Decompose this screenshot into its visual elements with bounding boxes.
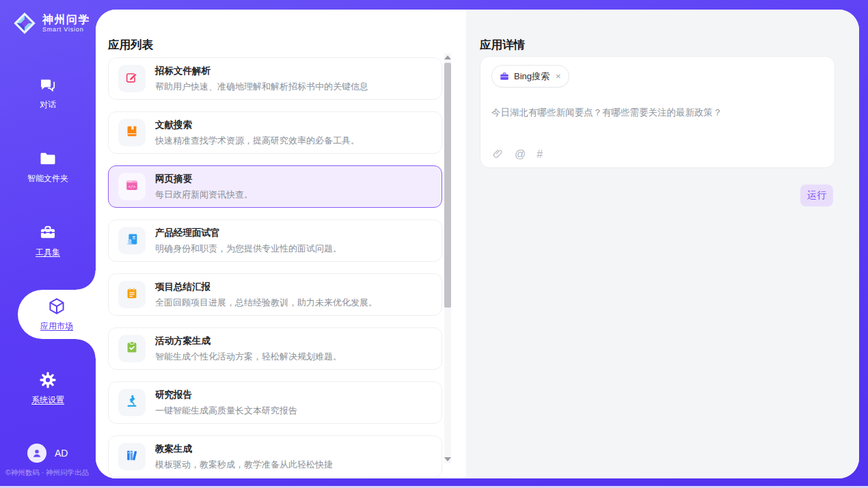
app-card-web-summary[interactable]: </>网页摘要每日政府新闻资讯快查。 — [108, 165, 442, 208]
app-card-text: 研究报告一键智能生成高质量长文本研究报告 — [155, 389, 297, 417]
app-card-text: 活动方案生成智能生成个性化活动方案，轻松解决规划难题。 — [155, 335, 342, 363]
browser-code-icon: </> — [124, 178, 139, 195]
gear-icon — [38, 370, 57, 390]
app-icon-tile — [118, 65, 146, 92]
sidebar: 神州问学 Smart Vision 对话智能文件夹工具集应用市场系统设置 AD … — [0, 0, 96, 488]
brand-diamond-icon — [12, 11, 37, 36]
app-description: 模板驱动，教案秒成，教学准备从此轻松快捷 — [155, 459, 333, 471]
sidebar-item-label: 工具集 — [36, 247, 60, 258]
tool-tag-bing-search[interactable]: Bing搜索 × — [491, 65, 569, 87]
app-name: 文献搜索 — [155, 119, 360, 131]
app-icon-tile — [118, 335, 146, 362]
app-icon-tile — [118, 119, 146, 146]
microscope-icon — [124, 394, 139, 411]
app-description: 快速精准查找学术资源，提高研究效率的必备工具。 — [155, 135, 360, 147]
scrollbar[interactable] — [444, 53, 451, 463]
app-icon-tile — [118, 389, 146, 416]
sidebar-item-label: 系统设置 — [31, 394, 64, 406]
app-card-text: 产品经理面试官明确身份和职责，为您提供专业性的面试问题。 — [155, 227, 342, 255]
briefcase-icon — [499, 71, 510, 82]
user-initials: AD — [55, 448, 68, 459]
app-icon-tile: </> — [118, 173, 146, 200]
notepad-icon — [124, 286, 139, 303]
app-list: 招标文件解析帮助用户快速、准确地理解和解析招标书中的关键信息文献搜索快速精准查找… — [108, 57, 442, 478]
app-card-project-summary[interactable]: 项目总结汇报全面回顾项目进展，总结经验教训，助力未来优化发展。 — [108, 273, 442, 316]
sidebar-item-label: 智能文件夹 — [27, 173, 68, 185]
app-name: 研究报告 — [155, 389, 297, 401]
app-card-text: 教案生成模板驱动，教案秒成，教学准备从此轻松快捷 — [155, 443, 333, 471]
app-description: 明确身份和职责，为您提供专业性的面试问题。 — [155, 243, 342, 255]
brand-logo: 神州问学 Smart Vision — [12, 11, 90, 36]
attachment-toolbar: @ # — [492, 148, 543, 160]
edit-document-icon — [124, 70, 139, 87]
app-description: 一键智能生成高质量长文本研究报告 — [155, 405, 297, 417]
app-name: 活动方案生成 — [155, 335, 342, 347]
app-name: 网页摘要 — [155, 173, 253, 185]
folder-icon — [38, 149, 57, 168]
avatar — [27, 444, 46, 463]
app-card-event-plan[interactable]: 活动方案生成智能生成个性化活动方案，轻松解决规划难题。 — [108, 327, 442, 370]
clipboard-check-icon — [124, 340, 139, 357]
chat-icon — [38, 75, 57, 94]
sidebar-item-app-market[interactable]: 应用市场 — [18, 290, 96, 339]
sidebar-nav: 对话智能文件夹工具集应用市场系统设置 — [0, 68, 96, 437]
app-card-lesson-plan[interactable]: 教案生成模板驱动，教案秒成，教学准备从此轻松快捷 — [108, 435, 442, 478]
app-window: 神州问学 Smart Vision 对话智能文件夹工具集应用市场系统设置 AD … — [0, 0, 868, 488]
user-chip[interactable]: AD — [27, 444, 68, 463]
app-description: 智能生成个性化活动方案，轻松解决规划难题。 — [155, 351, 342, 363]
app-card-text: 网页摘要每日政府新闻资讯快查。 — [155, 173, 253, 201]
app-card-research-report[interactable]: 研究报告一键智能生成高质量长文本研究报告 — [108, 381, 442, 424]
app-detail-title: 应用详情 — [480, 38, 525, 53]
app-name: 产品经理面试官 — [155, 227, 342, 239]
resume-icon — [124, 232, 139, 249]
app-card-bid-analysis[interactable]: 招标文件解析帮助用户快速、准确地理解和解析招标书中的关键信息 — [108, 57, 442, 100]
app-card-text: 文献搜索快速精准查找学术资源，提高研究效率的必备工具。 — [155, 119, 360, 147]
remove-tag-icon[interactable]: × — [556, 71, 561, 81]
app-description: 全面回顾项目进展，总结经验教训，助力未来优化发展。 — [155, 297, 377, 309]
sidebar-item-settings[interactable]: 系统设置 — [0, 364, 96, 413]
app-description: 每日政府新闻资讯快查。 — [155, 189, 253, 201]
toolbox-icon — [38, 223, 57, 242]
sidebar-item-label: 应用市场 — [40, 321, 73, 332]
app-card-literature-search[interactable]: 文献搜索快速精准查找学术资源，提高研究效率的必备工具。 — [108, 111, 442, 154]
query-card[interactable]: Bing搜索 × 今日湖北有哪些新闻要点？有哪些需要关注的最新政策？ @ # — [480, 56, 835, 168]
brand-name: 神州问学 — [42, 14, 90, 26]
person-icon — [31, 447, 43, 459]
brand-subtitle: Smart Vision — [42, 26, 90, 33]
copyright-text: ©神州数码 · 神州问学出品 — [5, 468, 89, 478]
app-card-text: 项目总结汇报全面回顾项目进展，总结经验教训，助力未来优化发展。 — [155, 281, 377, 309]
main-panel: 应用列表 招标文件解析帮助用户快速、准确地理解和解析招标书中的关键信息文献搜索快… — [96, 10, 859, 478]
run-button[interactable]: 运行 — [800, 185, 833, 206]
app-icon-tile — [118, 227, 146, 254]
scroll-up-icon[interactable] — [444, 55, 451, 59]
paperclip-icon[interactable] — [492, 148, 504, 160]
app-description: 帮助用户快速、准确地理解和解析招标书中的关键信息 — [155, 81, 368, 93]
query-text[interactable]: 今日湖北有哪些新闻要点？有哪些需要关注的最新政策？ — [491, 106, 824, 120]
app-detail-panel: 应用详情 Bing搜索 × 今日湖北有哪些新闻要点？有哪些需要关注的最新政策？ — [466, 10, 859, 478]
sidebar-item-toolset[interactable]: 工具集 — [0, 216, 96, 265]
app-card-text: 招标文件解析帮助用户快速、准确地理解和解析招标书中的关键信息 — [155, 65, 368, 93]
app-name: 招标文件解析 — [155, 65, 368, 77]
sidebar-item-chat[interactable]: 对话 — [0, 68, 96, 118]
app-icon-tile — [118, 443, 146, 470]
scrollbar-thumb[interactable] — [444, 63, 451, 308]
cube-icon — [47, 297, 66, 316]
app-card-pm-interviewer[interactable]: 产品经理面试官明确身份和职责，为您提供专业性的面试问题。 — [108, 219, 442, 262]
at-sign-icon[interactable]: @ — [515, 149, 526, 160]
app-list-title: 应用列表 — [108, 38, 153, 53]
app-icon-tile — [118, 281, 146, 308]
brand-text: 神州问学 Smart Vision — [42, 14, 90, 33]
sidebar-item-smart-folder[interactable]: 智能文件夹 — [0, 142, 96, 191]
books-icon — [124, 448, 139, 465]
sidebar-item-label: 对话 — [40, 99, 56, 111]
hash-icon[interactable]: # — [537, 149, 543, 160]
app-name: 教案生成 — [155, 443, 333, 455]
tool-tag-label: Bing搜索 — [514, 70, 550, 83]
app-list-panel: 应用列表 招标文件解析帮助用户快速、准确地理解和解析招标书中的关键信息文献搜索快… — [96, 10, 466, 478]
scroll-down-icon[interactable] — [444, 457, 451, 461]
book-icon — [124, 124, 139, 141]
svg-text:</>: </> — [128, 184, 136, 189]
app-name: 项目总结汇报 — [155, 281, 377, 293]
